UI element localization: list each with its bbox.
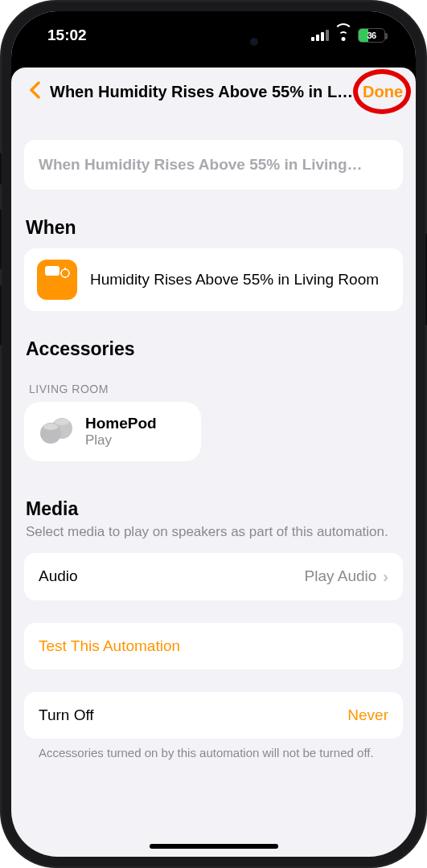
accessory-tile[interactable]: HomePod Play: [24, 402, 201, 461]
turn-off-label: Turn Off: [39, 706, 94, 724]
trigger-row[interactable]: Humidity Rises Above 55% in Living Room: [24, 248, 403, 311]
section-title-when: When: [24, 217, 403, 239]
screen: 15:02 36 When Humidity Rises Above 55% i…: [11, 11, 416, 857]
accessory-group-label: LIVING ROOM: [24, 383, 403, 395]
test-automation-label: Test This Automation: [39, 637, 180, 655]
trigger-text: Humidity Rises Above 55% in Living Room: [90, 270, 379, 290]
nav-bar: When Humidity Rises Above 55% in L… Done: [24, 68, 403, 116]
audio-row[interactable]: Audio Play Audio ›: [24, 553, 403, 600]
media-description: Select media to play on speakers as part…: [24, 523, 403, 542]
page-title: When Humidity Rises Above 55% in L…: [45, 83, 356, 101]
chevron-left-icon: [29, 81, 40, 99]
phone-frame: 15:02 36 When Humidity Rises Above 55% i…: [0, 0, 427, 868]
accessory-name: HomePod: [85, 415, 157, 432]
side-button: [0, 153, 2, 185]
section-title-accessories: Accessories: [24, 338, 403, 360]
home-indicator: [150, 844, 278, 849]
audio-label: Audio: [39, 567, 78, 585]
status-time: 15:02: [47, 27, 87, 44]
sheet: When Humidity Rises Above 55% in L… Done…: [11, 68, 416, 857]
turn-off-row[interactable]: Turn Off Never: [24, 692, 403, 739]
audio-value: Play Audio: [305, 567, 377, 585]
homepod-icon: [40, 418, 74, 445]
test-automation-button[interactable]: Test This Automation: [24, 623, 403, 669]
section-title-media: Media: [24, 498, 403, 520]
sensor-icon: [37, 260, 77, 300]
turn-off-footnote: Accessories turned on by this automation…: [24, 739, 403, 761]
accessory-state: Play: [85, 432, 157, 448]
cellular-icon: [311, 30, 329, 41]
battery-icon: 36: [358, 28, 385, 43]
dynamic-island: [154, 26, 274, 58]
volume-down-button: [0, 285, 2, 346]
done-button[interactable]: Done: [356, 83, 403, 101]
volume-up-button: [0, 209, 2, 269]
status-right: 36: [311, 28, 385, 43]
wifi-icon: [335, 30, 351, 41]
back-button[interactable]: [24, 80, 45, 103]
chevron-right-icon: ›: [383, 567, 388, 586]
turn-off-value: Never: [347, 706, 388, 724]
automation-name-field[interactable]: When Humidity Rises Above 55% in Living…: [24, 140, 403, 190]
